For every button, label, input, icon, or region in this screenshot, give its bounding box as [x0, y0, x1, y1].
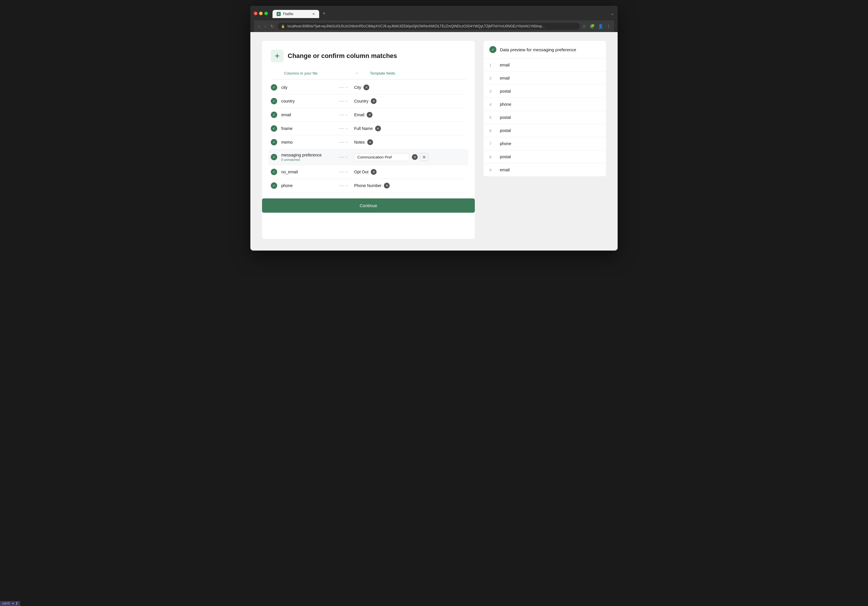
row-arrow-memo: —→ [334, 139, 354, 145]
preview-item-3: 3 postal [484, 85, 606, 98]
back-button[interactable]: ‹ [257, 23, 261, 29]
preview-num-1: 1 [489, 63, 495, 67]
row-source-country: country [281, 99, 334, 104]
header-icon [271, 49, 284, 62]
reload-button[interactable]: ↻ [269, 23, 275, 29]
minimize-traffic-light[interactable] [259, 12, 263, 15]
preview-item-2: 2 email [484, 72, 606, 85]
row-source-messaging_preference: messaging preference 0 unmatched [281, 153, 334, 161]
preview-btn-messaging_preference[interactable]: ⊞ [420, 153, 428, 161]
row-check-country: ✓ [271, 98, 281, 104]
target-label-fname: Full Name [354, 126, 373, 131]
new-tab-button[interactable]: + [320, 9, 328, 18]
mapping-row-memo: ✓ memo —→ Notes ✕ [271, 136, 466, 149]
preview-val-6: postal [500, 128, 511, 133]
browser-tabs: Flatfile ✕ + [273, 9, 328, 18]
remove-btn-city[interactable]: ✕ [363, 85, 369, 90]
check-icon-memo: ✓ [271, 139, 277, 145]
remove-btn-phone[interactable]: ✕ [384, 183, 390, 189]
browser-menu-button[interactable]: ⌄ [611, 11, 614, 16]
row-arrow-no_email: —→ [334, 169, 354, 175]
remove-btn-country[interactable]: ✕ [371, 98, 377, 104]
column-headers: Columns in your file → Template fields [271, 71, 466, 80]
target-label-country: Country [354, 99, 369, 104]
row-check-email: ✓ [271, 111, 281, 118]
row-source-email: email [281, 113, 334, 117]
preview-num-5: 5 [489, 115, 495, 120]
preview-val-3: postal [500, 89, 511, 94]
main-layout: Change or confirm column matches Columns… [262, 41, 606, 239]
row-target-messaging_preference: ✕ ⊞ [354, 153, 466, 161]
nav-icons: ☆ 🧩 👤 ⋮ [582, 24, 611, 29]
row-check-fname: ✓ [271, 125, 281, 132]
address-bar[interactable]: 🔒 localhost:8080/e/?jwt=eyJhbGciOiJIUzI1… [277, 23, 580, 30]
row-arrow-city: —→ [334, 85, 354, 90]
extension-icon[interactable]: 🧩 [590, 24, 595, 29]
preview-title: Data preview for messaging preference [500, 47, 576, 52]
right-panel: ✓ Data preview for messaging preference … [484, 41, 606, 176]
check-icon-phone: ✓ [271, 182, 277, 189]
forward-button[interactable]: › [264, 23, 267, 29]
row-check-phone: ✓ [271, 182, 281, 189]
col-header-right: Template fields [367, 71, 466, 76]
status-bar: ctrl + I [0, 601, 20, 606]
browser-content: Change or confirm column matches Columns… [250, 32, 618, 250]
more-options-icon[interactable]: ⋮ [606, 24, 611, 29]
remove-btn-messaging_preference[interactable]: ✕ [412, 154, 418, 160]
target-label-city: City [354, 85, 361, 90]
preview-item-5: 5 postal [484, 111, 606, 124]
preview-item-8: 8 postal [484, 150, 606, 164]
preview-num-8: 8 [489, 155, 495, 159]
remove-btn-fname[interactable]: ✕ [375, 125, 381, 131]
row-arrow-country: —→ [334, 99, 354, 104]
col-header-left: Columns in your file [271, 71, 347, 76]
row-arrow-phone: —→ [334, 183, 354, 188]
mapping-row-phone: ✓ phone —→ Phone Number ✕ [271, 179, 466, 193]
page-title: Change or confirm column matches [288, 52, 397, 60]
row-source-memo: memo [281, 140, 334, 144]
preview-num-6: 6 [489, 128, 495, 133]
check-icon-country: ✓ [271, 98, 277, 104]
preview-item-1: 1 email [484, 59, 606, 72]
target-label-phone: Phone Number [354, 183, 381, 188]
check-icon-no_email: ✓ [271, 169, 277, 175]
remove-btn-no_email[interactable]: ✕ [371, 169, 377, 175]
preview-header: ✓ Data preview for messaging preference [484, 41, 606, 59]
row-target-no_email: Opt Out ✕ [354, 169, 466, 175]
left-panel: Change or confirm column matches Columns… [262, 41, 475, 239]
browser-chrome: Flatfile ✕ + ⌄ ‹ › ↻ 🔒 localhost:8080/e/… [250, 6, 618, 32]
row-arrow-email: —→ [334, 112, 354, 117]
row-target-city: City ✕ [354, 85, 466, 90]
check-icon-email: ✓ [271, 111, 277, 118]
target-input-messaging_preference[interactable] [354, 153, 409, 161]
preview-check-icon: ✓ [489, 46, 496, 53]
unmatched-badge-messaging_preference: 0 unmatched [281, 158, 334, 161]
lock-icon: 🔒 [281, 25, 285, 28]
remove-btn-memo[interactable]: ✕ [367, 139, 373, 145]
preview-item-9: 9 email [484, 164, 606, 176]
profile-icon[interactable]: 👤 [598, 24, 603, 29]
preview-val-1: email [500, 63, 510, 67]
mapping-row-fname: ✓ fname —→ Full Name ✕ [271, 122, 466, 136]
header-arrow: → [347, 71, 367, 76]
row-source-city: city [281, 85, 334, 90]
row-check-no_email: ✓ [271, 169, 281, 175]
active-tab[interactable]: Flatfile ✕ [273, 10, 319, 18]
browser-nav: ‹ › ↻ 🔒 localhost:8080/e/?jwt=eyJhbGciOi… [254, 20, 614, 32]
row-check-messaging_preference: ✓ [271, 154, 281, 160]
row-source-phone: phone [281, 183, 334, 188]
mapping-row-email: ✓ email —→ Email ✕ [271, 108, 466, 122]
preview-list: 1 email 2 email 3 postal 4 phone 5 posta… [484, 59, 606, 176]
browser-window: Flatfile ✕ + ⌄ ‹ › ↻ 🔒 localhost:8080/e/… [250, 6, 618, 250]
close-traffic-light[interactable] [254, 12, 257, 15]
bookmark-icon[interactable]: ☆ [582, 24, 586, 29]
row-arrow-messaging_preference: —→ [334, 155, 354, 160]
tab-close-button[interactable]: ✕ [312, 12, 315, 16]
mapping-row-city: ✓ city —→ City ✕ [271, 81, 466, 94]
maximize-traffic-light[interactable] [264, 12, 268, 15]
preview-item-4: 4 phone [484, 98, 606, 111]
remove-btn-email[interactable]: ✕ [367, 112, 372, 118]
continue-button[interactable]: Continue [262, 198, 475, 213]
check-icon-city: ✓ [271, 84, 277, 91]
row-target-country: Country ✕ [354, 98, 466, 104]
